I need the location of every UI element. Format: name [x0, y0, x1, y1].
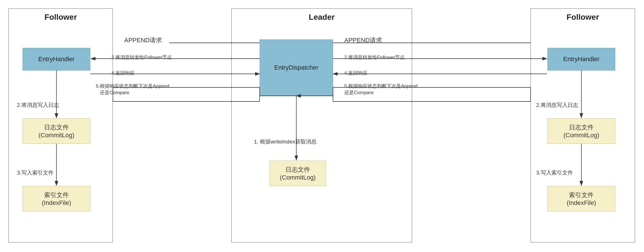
right-write-index-label: 3.写入索引文件 [536, 169, 573, 176]
left-log-file: 日志文件 (CommitLog) [23, 118, 90, 144]
leader-title: Leader [309, 13, 335, 22]
right-entry-handler: EntryHandler [547, 48, 615, 70]
right-forward-label: 2.将消息转发给Follower节点 [344, 54, 405, 61]
entry-dispatcher: EntryDispatcher [260, 39, 333, 96]
left-return-label: 4.返回响应 [111, 70, 135, 76]
left-append-label: APPEND请求 [124, 36, 162, 45]
left-forward-label: 2.将消息转发给Follower节点 [111, 54, 172, 61]
right-append-label: APPEND请求 [344, 36, 382, 45]
right-index-file: 索引文件 (IndexFile) [547, 186, 615, 211]
left-entry-handler: EntryHandler [23, 48, 90, 70]
left-next-label: 5.根据响应状态判断下次是Append 还是Compare [96, 83, 169, 96]
left-write-log-label: 2.将消息写入日志 [17, 101, 59, 109]
left-follower-title: Follower [44, 13, 77, 22]
left-write-index-label: 3.写入索引文件 [17, 169, 54, 176]
diagram-container: Follower Leader Follower EntryHandler 日志… [0, 0, 644, 252]
right-next-label: 5.根据响应状态判断下次是Append 还是Compare [344, 83, 418, 96]
leader-get-msg-label: 1. 根据writeIndex获取消息 [254, 138, 317, 145]
left-index-file: 索引文件 (IndexFile) [23, 186, 90, 211]
right-write-log-label: 2.将消息写入日志 [536, 101, 578, 109]
leader-log-file: 日志文件 (CommitLog) [270, 161, 326, 186]
right-follower-title: Follower [566, 13, 599, 22]
right-log-file: 日志文件 (CommitLog) [547, 118, 615, 144]
right-return-label: 4.返回响应 [344, 70, 367, 76]
